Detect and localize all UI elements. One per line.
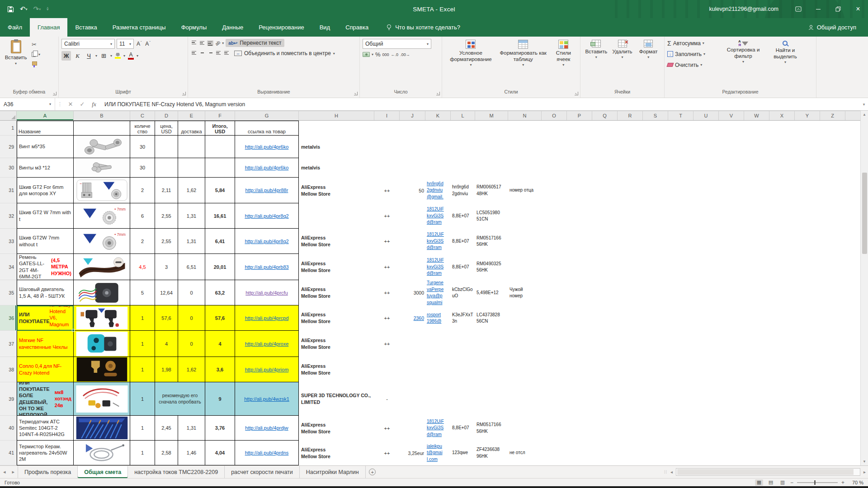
tracking-link[interactable]: d@ram: [427, 244, 451, 251]
percent-style-button[interactable]: %: [375, 51, 381, 58]
product-link[interactable]: http://ali.pub/4prcfu: [245, 290, 288, 296]
cell-M37[interactable]: [475, 331, 508, 357]
cell-B30[interactable]: [74, 158, 130, 178]
cell-K37[interactable]: [425, 331, 451, 357]
share-button[interactable]: Общий доступ: [808, 18, 856, 37]
page-break-view-icon[interactable]: ▥: [778, 479, 787, 486]
tell-me-search[interactable]: Что вы хотите сделать?: [386, 18, 460, 37]
cell-N35[interactable]: Чужойномер: [508, 280, 542, 305]
column-header-U[interactable]: U: [693, 111, 719, 120]
tab-page-layout[interactable]: Разметка страницы: [105, 18, 174, 37]
product-link[interactable]: http://ali.pub/4wzsk1: [244, 396, 289, 402]
decrease-decimal-icon[interactable]: .00→: [400, 52, 410, 57]
cell-H31[interactable]: AliExpressMellow Store: [299, 178, 374, 203]
tracking-link[interactable]: d@ram: [427, 432, 451, 438]
tracking-link[interactable]: 1812UiF: [427, 257, 451, 264]
cell-L31[interactable]: hn9rg6d2gdnviu: [451, 178, 475, 203]
cell-K30[interactable]: [425, 158, 451, 178]
cell-N33[interactable]: [508, 229, 542, 254]
orientation-icon[interactable]: ab: [214, 39, 222, 47]
cell-B36[interactable]: [74, 305, 130, 331]
cell-I39[interactable]: -: [374, 382, 400, 416]
wrap-text-button[interactable]: ab↩Перенести текст: [226, 39, 284, 47]
row-header-39[interactable]: 39: [0, 382, 17, 416]
cell-B29[interactable]: [74, 136, 130, 158]
cell-A39[interactable]: ИЛИ ПОКУПАЕТЕ БОЛЕ ДЕШЕВЫЙ, ОН ТО ЖЕ НЕП…: [17, 382, 74, 416]
tracking-link[interactable]: squalmi: [427, 300, 451, 306]
cell-H40[interactable]: AliExpressMellow Store: [299, 416, 374, 441]
cell-H41[interactable]: AliExpressMellow Store: [299, 441, 374, 465]
format-as-table-button[interactable]: Форматировать как таблицу▾: [497, 39, 550, 88]
ribbon-display-options-icon[interactable]: [788, 0, 808, 18]
vertical-scrollbar[interactable]: ▲ ▼: [860, 111, 868, 465]
page-layout-view-icon[interactable]: ▤: [767, 479, 775, 486]
cell-C34[interactable]: 4,5: [130, 254, 155, 280]
cell-I41[interactable]: ++: [374, 441, 400, 465]
product-link[interactable]: http://ali.pub/4prdjw: [245, 425, 288, 431]
scroll-up-icon[interactable]: ▲: [863, 111, 866, 118]
cell-I34[interactable]: ++: [374, 254, 400, 280]
cell-I40[interactable]: ++: [374, 416, 400, 441]
row-header-37[interactable]: 37: [0, 331, 17, 357]
cell-K33[interactable]: 1812UiFkxvGi3Sd@ram: [425, 229, 451, 254]
cell-C39[interactable]: 1: [130, 382, 155, 416]
cell-H39[interactable]: SUPER 3D TECHNOLOGY CO.,LIMITED: [299, 382, 374, 416]
row-header-30[interactable]: 30: [0, 158, 17, 178]
cell-H29[interactable]: metalvis: [299, 136, 374, 158]
save-icon[interactable]: [7, 6, 14, 13]
zoom-in-icon[interactable]: +: [841, 479, 844, 486]
column-header-C[interactable]: C: [130, 111, 155, 120]
cell-E1[interactable]: доставка: [178, 121, 205, 136]
cell-K38[interactable]: [425, 357, 451, 382]
cell-F40[interactable]: 3,76: [205, 416, 235, 441]
cell-D41[interactable]: 2,58: [155, 441, 178, 465]
column-header-M[interactable]: M: [475, 111, 508, 120]
product-link[interactable]: http://ali.pub/4proxe: [245, 341, 289, 347]
cell-A40[interactable]: Термодатчик АТС Semitec 104GT-2 104NT-4-…: [17, 416, 74, 441]
cell-D30[interactable]: [155, 158, 178, 178]
row-header-41[interactable]: 41: [0, 441, 17, 465]
column-header-K[interactable]: K: [425, 111, 451, 120]
tab-help[interactable]: Справка: [338, 18, 376, 37]
tracking-link[interactable]: rosport: [427, 312, 451, 319]
cut-button[interactable]: ✂: [32, 40, 40, 48]
cell-G39[interactable]: http://ali.pub/4wzsk1: [235, 382, 299, 416]
cell-A33[interactable]: Шкив GT2W 7mm without t: [17, 229, 74, 254]
cell-B33[interactable]: • 7mm: [74, 229, 130, 254]
column-header-B[interactable]: B: [74, 111, 130, 120]
cell-H33[interactable]: AliExpressMellow Store: [299, 229, 374, 254]
enter-icon[interactable]: ✓: [76, 101, 88, 108]
cell-J29[interactable]: [400, 136, 425, 158]
cell-D32[interactable]: 2,55: [155, 203, 178, 229]
row-header-38[interactable]: 38: [0, 357, 17, 382]
row-header-32[interactable]: 32: [0, 203, 17, 229]
cell-D38[interactable]: 1,98: [155, 357, 178, 382]
row-header-31[interactable]: 31: [0, 178, 17, 203]
underline-button[interactable]: Ч: [84, 51, 94, 61]
cell-N31[interactable]: номер отца: [508, 178, 542, 203]
cell-M30[interactable]: [475, 158, 508, 178]
cell-styles-button[interactable]: Стили ячеек▾: [550, 39, 577, 88]
decrease-indent-icon[interactable]: [215, 51, 222, 56]
tracking-link[interactable]: 1812UiF: [427, 231, 451, 238]
cell-E40[interactable]: 1,31: [178, 416, 205, 441]
cell-K39[interactable]: [425, 382, 451, 416]
cell-N29[interactable]: [508, 136, 542, 158]
cell-F35[interactable]: 63,2: [205, 280, 235, 305]
tracking-link[interactable]: t@gmai: [427, 450, 451, 456]
cell-G40[interactable]: http://ali.pub/4prdjw: [235, 416, 299, 441]
align-top-icon[interactable]: [191, 40, 197, 46]
delete-cells-button[interactable]: Удалить▾: [609, 39, 636, 88]
column-header-J[interactable]: J: [400, 111, 425, 120]
cell-F39[interactable]: 9: [205, 382, 235, 416]
cell-C29[interactable]: 30: [130, 136, 155, 158]
cell-C41[interactable]: 1: [130, 441, 155, 465]
cell-L29[interactable]: [451, 136, 475, 158]
tab-data[interactable]: Данные: [214, 18, 251, 37]
tab-file[interactable]: Файл: [0, 18, 30, 37]
cell-B34[interactable]: [74, 254, 130, 280]
tracking-link[interactable]: vaPerpe: [427, 286, 451, 293]
cell-K36[interactable]: rosport1986@: [425, 305, 451, 331]
align-bottom-icon[interactable]: [207, 40, 213, 46]
cell-K31[interactable]: hn9rg6d2gdnviu@gmail.: [425, 178, 451, 203]
